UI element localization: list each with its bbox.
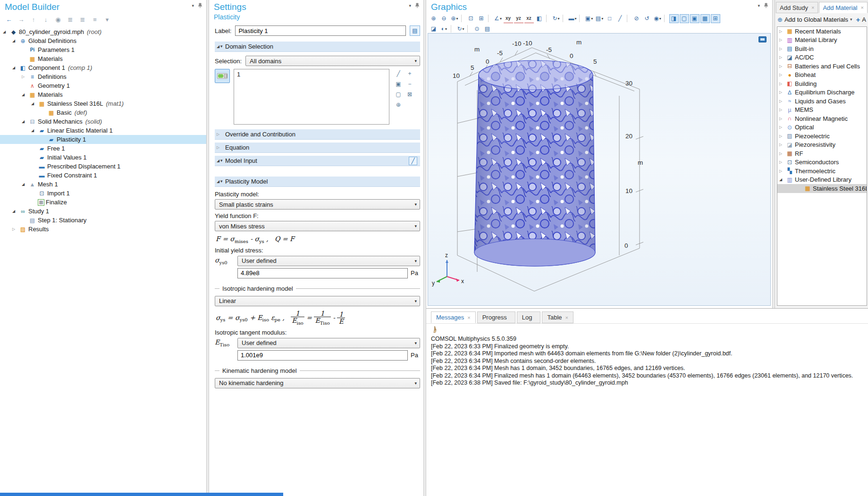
expander-icon[interactable] — [779, 177, 786, 182]
zoom-extents-icon[interactable]: ⊡ — [466, 14, 476, 23]
cascade-windows-icon[interactable]: ▣ — [690, 14, 699, 23]
zoom-out-icon[interactable]: ⊖ — [439, 14, 449, 23]
pin-icon[interactable] — [198, 3, 202, 8]
plasticity-model-header[interactable]: ▼ Plasticity Model — [215, 177, 420, 187]
separator[interactable] — [579, 15, 582, 22]
separator[interactable] — [461, 15, 464, 22]
tree-item[interactable]: ◆ 80_cylinder_gyroid.mph (root) — [0, 27, 206, 36]
add-to-global-materials-button[interactable]: Add to Global Materials — [784, 16, 848, 23]
expander-icon[interactable] — [779, 38, 786, 42]
graphics-canvas[interactable]: m m -10 -5 0 5 10 -10 -5 0 5 30 20 10 0 … — [428, 33, 771, 306]
expander-icon[interactable] — [12, 66, 19, 70]
material-rendering-icon[interactable]: ◐▾ — [439, 25, 449, 34]
pin-icon[interactable] — [764, 3, 768, 8]
domain-selection-header[interactable]: ▼ Domain Selection — [215, 42, 420, 52]
tree-item[interactable]: ∞ Study 1 — [0, 207, 206, 216]
section-collapse-icon[interactable]: ▼ — [217, 159, 222, 163]
override-contribution-header[interactable]: Override and Contribution — [215, 129, 420, 140]
material-tree-item[interactable]: ◪ AC/DC — [777, 53, 867, 62]
initial-yield-stress-dropdown[interactable]: User defined — [237, 256, 420, 266]
scene-light-icon[interactable]: ▤▾ — [595, 14, 604, 23]
print-icon[interactable]: ▤ — [483, 25, 492, 34]
back-icon[interactable]: ← — [4, 15, 14, 24]
remove-from-selection-icon[interactable]: − — [405, 79, 415, 89]
fit-window-icon[interactable]: ⊞ — [477, 14, 486, 23]
domain-list-item[interactable]: 1 — [237, 71, 386, 78]
separator[interactable] — [563, 15, 566, 22]
expander-icon[interactable] — [779, 29, 786, 34]
yz-view-icon[interactable]: yz — [514, 14, 523, 23]
expander-icon[interactable] — [31, 101, 38, 106]
expander-icon[interactable] — [779, 117, 786, 121]
material-tree-item[interactable]: ▥ User-Defined Library — [777, 176, 867, 185]
selection-list-icon[interactable]: ▤ — [410, 25, 420, 36]
expander-icon[interactable] — [779, 82, 786, 86]
material-tree-item[interactable]: ▤ Built-in — [777, 44, 867, 53]
perspective-icon[interactable]: ◧ — [535, 14, 544, 23]
model-input-header[interactable]: ▼ Model Input ╱ — [215, 156, 420, 166]
equation-header[interactable]: Equation — [215, 143, 420, 153]
expander-icon[interactable] — [779, 169, 786, 173]
tree-item[interactable]: Pi Parameters 1 — [0, 45, 206, 54]
expander-icon[interactable] — [12, 227, 19, 231]
expander-icon[interactable] — [779, 64, 786, 68]
rotate-icon[interactable]: ↻▾ — [551, 14, 561, 23]
forward-icon[interactable]: → — [16, 15, 26, 24]
material-tree-item[interactable]: ▦ Stainless Steel 316L — [777, 184, 867, 193]
tree-item[interactable]: ≡ Definitions — [0, 72, 206, 81]
close-tab-icon[interactable]: × — [860, 5, 863, 10]
expander-icon[interactable] — [779, 47, 786, 51]
zoom-box-icon[interactable]: ⊕▾ — [450, 14, 459, 23]
refresh-scene-icon[interactable]: ↻▾ — [456, 25, 465, 34]
orientation-icon[interactable]: ∠▾ — [493, 14, 503, 23]
edit-model-input-icon[interactable]: ╱ — [409, 157, 417, 165]
section-collapse-icon[interactable]: ▼ — [217, 179, 222, 184]
panel-menu-icon[interactable]: ▾ — [758, 3, 760, 8]
material-tree-item[interactable]: µ MEMS — [777, 106, 867, 115]
messages-tab[interactable]: Table × — [542, 311, 573, 323]
view-options-icon[interactable]: ◉▾ — [653, 14, 662, 23]
tree-item[interactable]: ▩ Finalize — [0, 198, 206, 207]
active-toggle-button[interactable] — [215, 69, 230, 83]
isotropic-hardening-dropdown[interactable]: Linear — [215, 296, 420, 306]
expander-icon[interactable] — [779, 99, 786, 103]
expander-icon[interactable] — [779, 55, 786, 59]
node-label-icon[interactable]: ≡ — [90, 15, 100, 24]
tangent-modulus-dropdown[interactable]: User defined — [237, 338, 420, 348]
material-tree-item[interactable]: ∩ Nonlinear Magnetic — [777, 114, 867, 123]
material-tree-item[interactable]: ● Bioheat — [777, 71, 867, 80]
snapshot-icon[interactable]: ⊙ — [472, 25, 482, 34]
tree-item[interactable]: ▬ Prescribed Displacement 1 — [0, 162, 206, 171]
messages-tab[interactable]: Messages × — [431, 311, 476, 323]
messages-tab[interactable]: Progress — [477, 311, 515, 323]
expander-icon[interactable] — [779, 73, 786, 77]
separator[interactable] — [488, 15, 491, 22]
plot-window-icon[interactable]: ▦ — [700, 14, 710, 23]
material-tree-item[interactable]: ▨ Piezoelectric — [777, 132, 867, 141]
material-tree-item[interactable]: ▚ Thermoelectric — [777, 167, 867, 176]
separator[interactable] — [546, 15, 549, 22]
tree-item[interactable]: ▬ Fixed Constraint 1 — [0, 171, 206, 180]
copy-selection-icon[interactable]: ▣ — [393, 79, 404, 89]
move-up-icon[interactable]: ↑ — [28, 15, 39, 24]
appearance-icon[interactable]: ▬▾ — [568, 14, 577, 23]
expander-icon[interactable] — [12, 39, 19, 43]
tree-item[interactable]: ▲ Mesh 1 — [0, 180, 206, 189]
clear-messages-icon[interactable] — [431, 326, 438, 333]
tree-item[interactable]: ▦ Stainless Steel 316L (mat1) — [0, 99, 206, 108]
plasticity-model-dropdown[interactable]: Small plastic strains — [215, 199, 420, 210]
section-collapse-icon[interactable] — [217, 145, 222, 150]
material-tree-item[interactable]: ◪ Piezoresistivity — [777, 141, 867, 150]
right-panel-tab[interactable]: Add Study × — [776, 2, 818, 13]
separator[interactable] — [627, 15, 630, 22]
select-box-icon[interactable]: □ — [605, 14, 615, 23]
material-tree-item[interactable]: ≈ Liquids and Gases — [777, 97, 867, 106]
domain-list[interactable]: 1 — [234, 69, 389, 125]
create-selection-icon[interactable]: ╱ — [393, 69, 404, 78]
kinematic-hardening-dropdown[interactable]: No kinematic hardening — [215, 378, 420, 388]
right-panel-tab[interactable]: Add Material × — [819, 2, 867, 13]
tree-item[interactable]: ⊡ Import 1 — [0, 189, 206, 198]
tree-item[interactable]: ▦ Basic (def) — [0, 108, 206, 117]
material-tree-item[interactable]: ▥ Material Library — [777, 36, 867, 45]
tree-item[interactable]: ▰ Initial Values 1 — [0, 153, 206, 162]
